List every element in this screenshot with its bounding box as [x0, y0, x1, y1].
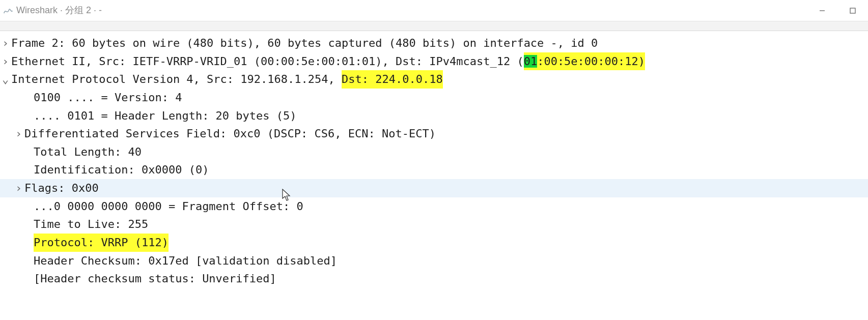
ip-dsfield: Differentiated Services Field: 0xc0 (DSC… [24, 125, 436, 143]
ethernet-dst-mac-first-octet: 01 [524, 55, 538, 68]
tree-row-ip-version[interactable]: 0100 .... = Version: 4 [0, 89, 868, 107]
tree-row-ip-ident[interactable]: Identification: 0x0000 (0) [0, 161, 868, 179]
ip-checksum-status: [Header checksum status: Unverified] [34, 270, 276, 288]
ipv4-dst-highlight: Dst: 224.0.0.18 [342, 70, 443, 89]
tree-row-ip-dsfield[interactable]: ›Differentiated Services Field: 0xc0 (DS… [0, 125, 868, 143]
ip-header-length: .... 0101 = Header Length: 20 bytes (5) [34, 107, 297, 125]
ip-flags: Flags: 0x00 [24, 179, 99, 197]
packet-tree-wrapper: ›Frame 2: 60 bytes on wire (480 bits), 6… [0, 31, 868, 293]
window-title: Wireshark · 分组 2 · - [16, 3, 102, 18]
expand-toggle-icon[interactable]: › [15, 179, 24, 197]
expand-toggle-icon[interactable]: › [2, 34, 11, 52]
frame-summary: Frame 2: 60 bytes on wire (480 bits), 60… [11, 34, 598, 52]
tree-row-ip-flags[interactable]: ›Flags: 0x00 [0, 179, 868, 197]
expand-toggle-icon[interactable]: › [15, 125, 24, 143]
ip-fragment-offset: ...0 0000 0000 0000 = Fragment Offset: 0 [34, 197, 303, 216]
tree-row-ip-ttl[interactable]: Time to Live: 255 [0, 215, 868, 234]
tree-row-ipv4[interactable]: ⌄Internet Protocol Version 4, Src: 192.1… [0, 70, 868, 89]
expand-toggle-icon[interactable]: › [2, 52, 11, 71]
ip-identification: Identification: 0x0000 (0) [34, 161, 209, 179]
ip-checksum: Header Checksum: 0x17ed [validation disa… [34, 252, 337, 270]
svg-rect-1 [850, 8, 855, 13]
tree-row-ip-hdrlen[interactable]: .... 0101 = Header Length: 20 bytes (5) [0, 107, 868, 125]
tree-row-frame[interactable]: ›Frame 2: 60 bytes on wire (480 bits), 6… [0, 34, 868, 52]
minimize-button[interactable] [807, 0, 837, 21]
maximize-button[interactable] [837, 0, 868, 21]
window-buttons [807, 0, 868, 21]
titlebar-left: Wireshark · 分组 2 · - [3, 3, 102, 18]
window-titlebar: Wireshark · 分组 2 · - [0, 0, 868, 21]
tree-row-ip-fragoff[interactable]: ...0 0000 0000 0000 = Fragment Offset: 0 [0, 197, 868, 216]
tree-row-ethernet[interactable]: ›Ethernet II, Src: IETF-VRRP-VRID_01 (00… [0, 52, 868, 71]
tree-row-ip-chksum[interactable]: Header Checksum: 0x17ed [validation disa… [0, 252, 868, 270]
ethernet-prefix: Ethernet II, Src: IETF-VRRP-VRID_01 (00:… [11, 52, 524, 71]
packet-details-tree[interactable]: ›Frame 2: 60 bytes on wire (480 bits), 6… [0, 31, 868, 293]
ethernet-dst-mac-highlight: 01:00:5e:00:00:12) [524, 52, 645, 71]
ip-ttl: Time to Live: 255 [34, 215, 148, 234]
tree-row-ip-totlen[interactable]: Total Length: 40 [0, 143, 868, 161]
tree-row-ip-protocol[interactable]: Protocol: VRRP (112) [0, 234, 868, 252]
toolbar-strip [0, 21, 868, 31]
tree-row-ip-chkstat[interactable]: [Header checksum status: Unverified] [0, 270, 868, 288]
wireshark-icon [3, 6, 13, 16]
ip-total-length: Total Length: 40 [34, 143, 142, 161]
ip-protocol: Protocol: VRRP (112) [34, 234, 169, 252]
ethernet-dst-mac-rest: :00:5e:00:00:12) [537, 55, 645, 68]
ip-version: 0100 .... = Version: 4 [34, 89, 182, 107]
collapse-toggle-icon[interactable]: ⌄ [2, 70, 11, 89]
ipv4-prefix: Internet Protocol Version 4, Src: 192.16… [11, 70, 342, 89]
